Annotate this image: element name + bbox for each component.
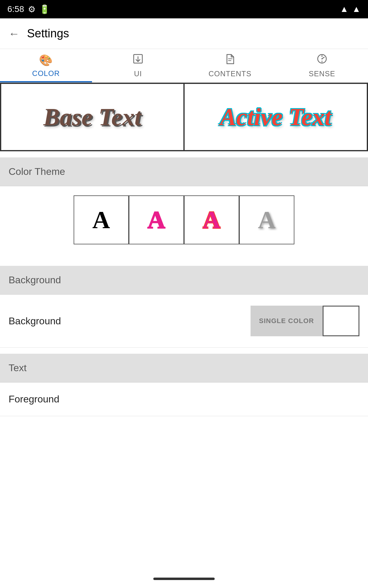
wifi-icon: ▲ bbox=[340, 4, 349, 14]
theme-option-pink-outline[interactable]: A bbox=[129, 195, 184, 244]
color-theme-section-header: Color Theme bbox=[0, 157, 368, 186]
spacer-1 bbox=[0, 254, 368, 260]
background-row-label: Background bbox=[9, 315, 61, 327]
single-color-button[interactable]: SINGLE COLOR bbox=[251, 306, 323, 336]
tab-ui-label: UI bbox=[134, 70, 142, 78]
status-bar-right: ▲ ▲ bbox=[340, 4, 361, 14]
page-title: Settings bbox=[27, 27, 69, 40]
preview-section: Base Text Active Text bbox=[0, 83, 368, 151]
foreground-row-label: Foreground bbox=[9, 394, 59, 405]
theme-options-container: A A A A bbox=[0, 186, 368, 254]
active-text-preview: Active Text bbox=[220, 103, 332, 131]
theme-option-gray[interactable]: A bbox=[239, 195, 294, 244]
sense-tab-icon bbox=[316, 53, 328, 67]
base-text-preview: Base Text bbox=[43, 103, 141, 131]
tab-contents-label: CONTENTS bbox=[209, 70, 251, 78]
tab-sense-label: SENSE bbox=[309, 70, 335, 78]
color-theme-label: Color Theme bbox=[9, 166, 65, 177]
svg-line-7 bbox=[322, 57, 324, 59]
status-bar: 6:58 ⚙ 🔋 ▲ ▲ bbox=[0, 0, 368, 18]
text-label: Text bbox=[9, 362, 27, 373]
text-section-header: Text bbox=[0, 354, 368, 382]
battery-status-icon: 🔋 bbox=[39, 4, 50, 14]
background-row: Background SINGLE COLOR bbox=[0, 295, 368, 348]
foreground-row: Foreground bbox=[0, 383, 368, 416]
contents-tab-icon bbox=[224, 53, 236, 67]
tab-color-label: COLOR bbox=[32, 69, 60, 78]
signal-icon: ▲ bbox=[352, 4, 361, 14]
background-section-header: Background bbox=[0, 266, 368, 294]
base-text-preview-panel[interactable]: Base Text bbox=[1, 83, 184, 151]
tab-sense[interactable]: SENSE bbox=[276, 49, 368, 82]
theme-a-pink-outline-letter: A bbox=[148, 206, 165, 234]
background-color-swatch[interactable] bbox=[323, 306, 359, 336]
background-label: Background bbox=[9, 274, 61, 285]
tab-contents[interactable]: CONTENTS bbox=[184, 49, 276, 82]
theme-option-plain[interactable]: A bbox=[74, 195, 129, 244]
theme-a-pink-red-letter: A bbox=[203, 206, 220, 234]
tab-ui[interactable]: UI bbox=[92, 49, 184, 82]
ui-tab-icon bbox=[132, 53, 144, 67]
color-tab-icon: 🎨 bbox=[39, 54, 53, 67]
app-bar: ← Settings bbox=[0, 18, 368, 49]
bottom-bar bbox=[0, 570, 368, 588]
theme-a-plain-letter: A bbox=[92, 206, 110, 234]
back-button[interactable]: ← bbox=[9, 27, 20, 40]
status-bar-left: 6:58 ⚙ 🔋 bbox=[7, 4, 50, 14]
tab-bar: 🎨 COLOR UI CONTENTS bbox=[0, 49, 368, 83]
status-time: 6:58 bbox=[7, 4, 24, 14]
background-controls: SINGLE COLOR bbox=[251, 306, 359, 336]
settings-status-icon: ⚙ bbox=[28, 4, 36, 14]
theme-option-pink-red[interactable]: A bbox=[184, 195, 239, 244]
home-indicator bbox=[153, 578, 215, 580]
active-text-preview-panel[interactable]: Active Text bbox=[184, 83, 367, 151]
theme-a-gray-letter: A bbox=[258, 206, 276, 234]
tab-color[interactable]: 🎨 COLOR bbox=[0, 49, 92, 82]
